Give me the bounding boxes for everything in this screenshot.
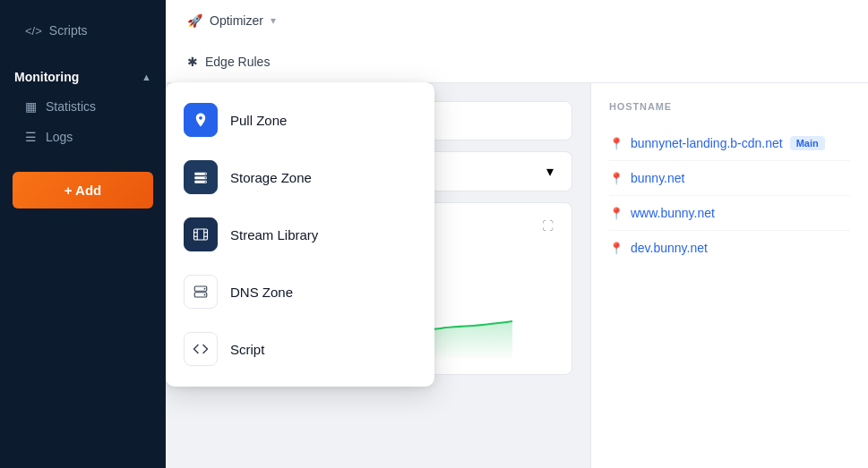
dropdown-item-storage-zone[interactable]: Storage Zone [166,149,434,206]
hostname-item-0[interactable]: 📍 bunnynet-landing.b-cdn.net Main [609,126,850,161]
dns-zone-icon-wrap [184,275,218,309]
monitoring-label: Monitoring [14,70,79,84]
dropdown-item-stream-library[interactable]: Stream Library [166,206,434,263]
statistics-label: Statistics [46,99,96,114]
add-button[interactable]: + Add [13,172,153,208]
storage-zone-label: Storage Zone [230,170,312,185]
hostname-item-2[interactable]: 📍 www.bunny.net [609,196,850,231]
storage-icon [193,169,209,185]
main-area: 🚀 Optimizer ▾ ✱ Edge Rules Network Limit… [166,0,868,468]
topbar-row-2: ✱ Edge Rules [187,41,847,82]
svg-point-15 [204,288,206,290]
edge-rules-label: Edge Rules [205,55,270,69]
hostname-item-1[interactable]: 📍 bunny.net [609,161,850,196]
script-icon-wrap [184,332,218,366]
pin-icon-2: 📍 [609,207,623,220]
monitoring-section: Monitoring ▲ ▦ Statistics ☰ Logs [0,54,166,161]
pull-zone-icon-wrap [184,103,218,137]
main-badge: Main [790,136,825,150]
right-panel: HOSTNAME 📍 bunnynet-landing.b-cdn.net Ma… [590,83,868,468]
pin-icon-3: 📍 [609,242,623,255]
optimizer-item[interactable]: 🚀 Optimizer ▾ [187,10,276,31]
script-label: Script [230,342,264,357]
edge-rules-item[interactable]: ✱ Edge Rules [187,51,270,72]
list-icon: ☰ [25,130,37,144]
svg-point-5 [205,182,207,183]
dropdown-item-dns-zone[interactable]: DNS Zone [166,263,434,320]
topbar-row-1: 🚀 Optimizer ▾ [187,0,847,41]
pin-icon-pull [193,112,209,128]
chevron-down-icon: ▾ [271,14,276,27]
hostname-link-0[interactable]: bunnynet-landing.b-cdn.net [631,136,783,150]
expand-icon[interactable]: ⛶ [542,219,554,233]
pull-zone-label: Pull Zone [230,113,287,128]
chevron-up-icon: ▲ [142,72,151,82]
dns-zone-label: DNS Zone [230,285,293,300]
monitoring-group[interactable]: Monitoring ▲ [0,63,166,91]
dropdown-item-pull-zone[interactable]: Pull Zone [166,91,434,149]
add-button-label: + Add [64,183,102,198]
code-icon: </> [25,24,42,38]
bar-chart-icon: ▦ [25,99,37,114]
add-dropdown: Pull Zone Storage Zone [166,82,434,387]
svg-rect-6 [194,229,208,240]
stream-library-label: Stream Library [230,227,318,243]
topbar: 🚀 Optimizer ▾ ✱ Edge Rules [166,0,868,83]
storage-zone-icon-wrap [184,160,218,194]
svg-point-16 [204,294,206,295]
stream-library-icon-wrap [184,217,218,251]
dns-icon [193,284,209,300]
hostname-item-3[interactable]: 📍 dev.bunny.net [609,231,850,265]
sidebar-item-statistics[interactable]: ▦ Statistics [0,91,166,122]
code-icon [193,341,209,357]
pin-icon-1: 📍 [609,172,623,185]
film-icon [193,226,209,243]
svg-point-3 [205,174,207,175]
sidebar-item-scripts[interactable]: </> Scripts [14,16,151,45]
rocket-icon: 🚀 [187,13,202,28]
optimizer-label: Optimizer [210,13,263,28]
sidebar-item-logs[interactable]: ☰ Logs [0,122,166,152]
hostname-section-title: HOSTNAME [609,101,850,112]
chevron-down-icon: ▾ [546,163,554,180]
scripts-label: Scripts [49,23,88,38]
dropdown-item-script[interactable]: Script [166,320,434,378]
svg-point-4 [205,177,207,179]
edge-rules-icon: ✱ [187,55,198,69]
logs-label: Logs [46,130,73,144]
hostname-link-1[interactable]: bunny.net [631,171,684,185]
hostname-link-3[interactable]: dev.bunny.net [631,241,708,255]
sidebar: </> Scripts Monitoring ▲ ▦ Statistics ☰ … [0,0,166,468]
pin-icon-0: 📍 [609,137,623,150]
hostname-link-2[interactable]: www.bunny.net [631,206,715,220]
